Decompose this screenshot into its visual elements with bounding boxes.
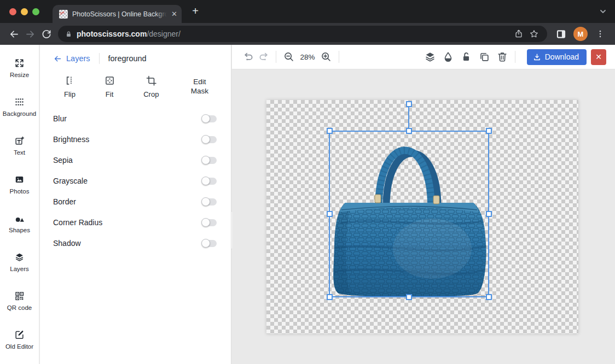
side-panel-icon	[555, 28, 567, 40]
sidebar-item-old-editor[interactable]: Old Editor	[0, 320, 39, 359]
profile-avatar[interactable]: M	[573, 27, 588, 41]
share-icon	[514, 29, 524, 39]
forward-button[interactable]	[22, 26, 38, 42]
duplicate-button[interactable]	[477, 50, 491, 64]
toggle-row-brightness: Brightness	[53, 129, 217, 150]
toggle-row-grayscale: Grayscale	[53, 171, 217, 191]
sidebar-item-photos[interactable]: Photos	[0, 165, 39, 204]
flip-button[interactable]: Flip	[64, 75, 76, 98]
edit-mask-button[interactable]: Edit Mask	[187, 75, 212, 98]
redo-button[interactable]	[256, 50, 270, 64]
corner-radius-toggle[interactable]	[202, 219, 217, 226]
header-divider	[99, 53, 100, 64]
fit-icon	[104, 75, 115, 86]
toggle-row-corner-radius: Corner Radius	[53, 212, 217, 233]
back-icon	[8, 28, 20, 40]
download-label: Download	[545, 52, 579, 61]
reload-icon	[41, 28, 52, 39]
tab-title-fade	[155, 5, 170, 23]
rotation-stick	[408, 107, 409, 131]
layers-icon	[424, 51, 436, 63]
close-editor-button[interactable]: ✕	[591, 49, 606, 65]
redo-icon	[257, 51, 269, 63]
layer-tools-row: Flip Fit Crop Edit Mask	[40, 68, 231, 101]
crop-button[interactable]: Crop	[143, 75, 159, 98]
layers-icon	[14, 252, 25, 262]
brightness-toggle[interactable]	[202, 136, 217, 143]
window-minimize-button[interactable]	[21, 8, 28, 15]
url-host: photoscissors.com	[77, 30, 147, 38]
resize-handle-n[interactable]	[406, 128, 412, 134]
rotation-handle[interactable]	[406, 101, 412, 107]
layer-name: foreground	[108, 54, 147, 63]
photoscissors-favicon: ✂	[59, 10, 68, 19]
zoom-out-button[interactable]	[282, 50, 296, 64]
resize-handle-sw[interactable]	[327, 294, 333, 300]
bookmark-button[interactable]	[526, 26, 542, 42]
window-zoom-button[interactable]	[32, 8, 39, 15]
layer-action-icons	[423, 50, 509, 64]
resize-handle-ne[interactable]	[486, 128, 492, 134]
resize-handle-nw[interactable]	[327, 128, 333, 134]
resize-handle-s[interactable]	[406, 294, 412, 300]
sidebar-item-resize[interactable]: Resize	[0, 49, 39, 87]
undo-icon	[243, 51, 255, 63]
back-label: Layers	[66, 54, 90, 63]
sidebar-item-text[interactable]: Text	[0, 126, 39, 165]
reload-button[interactable]	[38, 26, 55, 42]
back-to-layers-link[interactable]: Layers	[53, 54, 90, 63]
tab-title: PhotoScissors | Online Backgro	[72, 10, 169, 18]
blur-toggle[interactable]	[202, 115, 217, 122]
address-bar[interactable]: photoscissors.com/designer/	[58, 26, 547, 42]
old-editor-icon	[14, 330, 25, 340]
undo-button[interactable]	[242, 50, 256, 64]
photos-icon	[14, 174, 25, 185]
effect-toggles: Blur Brightness Sepia Grayscale Border C…	[40, 101, 231, 254]
browser-tab-strip: ✂ PhotoScissors | Online Backgro ✕ +	[0, 0, 615, 23]
download-button[interactable]: Download	[527, 49, 587, 65]
back-button[interactable]	[5, 26, 22, 42]
tab-search-chevron-icon[interactable]	[599, 7, 607, 16]
sidebar-item-layers[interactable]: Layers	[0, 243, 39, 281]
toggle-row-sepia: Sepia	[53, 150, 217, 171]
resize-handle-w[interactable]	[327, 211, 333, 217]
shadow-toggle[interactable]	[202, 240, 217, 247]
share-button[interactable]	[511, 26, 526, 42]
window-close-button[interactable]	[9, 8, 16, 15]
flip-icon	[64, 75, 76, 86]
forward-icon	[25, 28, 36, 40]
resize-handle-se[interactable]	[486, 294, 492, 300]
trash-icon	[496, 51, 508, 63]
opacity-button[interactable]	[441, 50, 455, 64]
layers-button[interactable]	[423, 50, 437, 64]
url-text: photoscissors.com/designer/	[77, 30, 181, 38]
sidebar-item-qr-code[interactable]: QR code	[0, 281, 39, 320]
lock-button[interactable]	[459, 50, 473, 64]
fit-button[interactable]: Fit	[104, 75, 115, 98]
border-toggle[interactable]	[202, 198, 217, 206]
panel-header: Layers foreground	[40, 45, 231, 68]
side-panel-button[interactable]	[553, 26, 569, 42]
toggle-row-border: Border	[53, 191, 217, 212]
browser-tab[interactable]: ✂ PhotoScissors | Online Backgro ✕	[53, 5, 182, 23]
sidebar-item-background[interactable]: Background	[0, 87, 39, 126]
chrome-menu-button[interactable]	[592, 26, 608, 42]
grayscale-toggle[interactable]	[202, 178, 217, 185]
sepia-toggle[interactable]	[202, 157, 217, 164]
zoom-in-icon	[320, 51, 332, 63]
tab-close-icon[interactable]: ✕	[171, 10, 177, 18]
zoom-out-icon	[283, 51, 295, 63]
resize-handle-e[interactable]	[486, 211, 492, 217]
zoom-in-button[interactable]	[319, 50, 333, 64]
unlock-icon	[460, 51, 472, 63]
delete-button[interactable]	[495, 50, 509, 64]
photoscissors-designer-window: ✂ PhotoScissors | Online Backgro ✕ +	[0, 0, 615, 364]
qr-code-icon	[14, 291, 25, 301]
browser-toolbar: photoscissors.com/designer/ M	[0, 23, 615, 45]
new-tab-button[interactable]: +	[188, 4, 202, 18]
sidebar-item-shapes[interactable]: Shapes	[0, 204, 39, 243]
selection-bounding-box[interactable]	[329, 131, 489, 297]
back-arrow-icon	[53, 54, 62, 63]
text-icon	[14, 136, 25, 146]
tool-sidebar: Resize Background Text	[0, 45, 39, 364]
